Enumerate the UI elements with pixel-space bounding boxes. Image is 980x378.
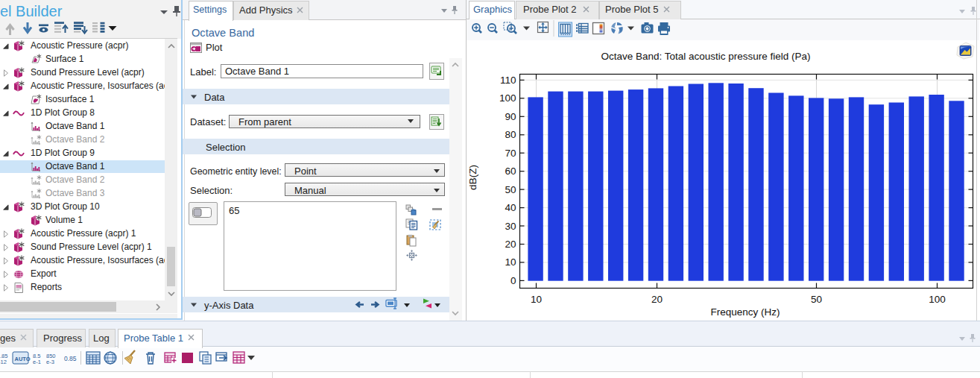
svg-text:dB(Z): dB(Z): [467, 165, 478, 190]
svg-text:90: 90: [505, 111, 516, 122]
svg-text:0.85: 0.85: [64, 355, 77, 362]
svg-text:110: 110: [500, 75, 516, 86]
svg-text:Octave Band: Total acoustic pr: Octave Band: Total acoustic pressure fie…: [601, 51, 810, 62]
svg-text:Frequency (Hz): Frequency (Hz): [710, 306, 780, 318]
svg-text:-12: -12: [0, 359, 7, 365]
svg-text:20: 20: [651, 294, 663, 305]
svg-text:80: 80: [505, 129, 516, 140]
svg-text:20: 20: [505, 239, 516, 250]
svg-text:10: 10: [505, 256, 516, 268]
svg-text:e-3: e-3: [46, 359, 54, 365]
svg-text:e-1: e-1: [33, 359, 41, 365]
svg-text:100: 100: [929, 294, 946, 305]
svg-text:50: 50: [505, 184, 516, 195]
svg-text:60: 60: [505, 166, 516, 177]
svg-text:50: 50: [811, 294, 822, 305]
svg-text:100: 100: [499, 92, 516, 104]
svg-text:70: 70: [505, 148, 516, 159]
svg-text:10: 10: [531, 294, 542, 305]
svg-text:AUTO: AUTO: [15, 356, 31, 362]
svg-text:30: 30: [505, 221, 516, 232]
svg-text:40: 40: [505, 202, 516, 213]
svg-text:0: 0: [510, 275, 516, 286]
